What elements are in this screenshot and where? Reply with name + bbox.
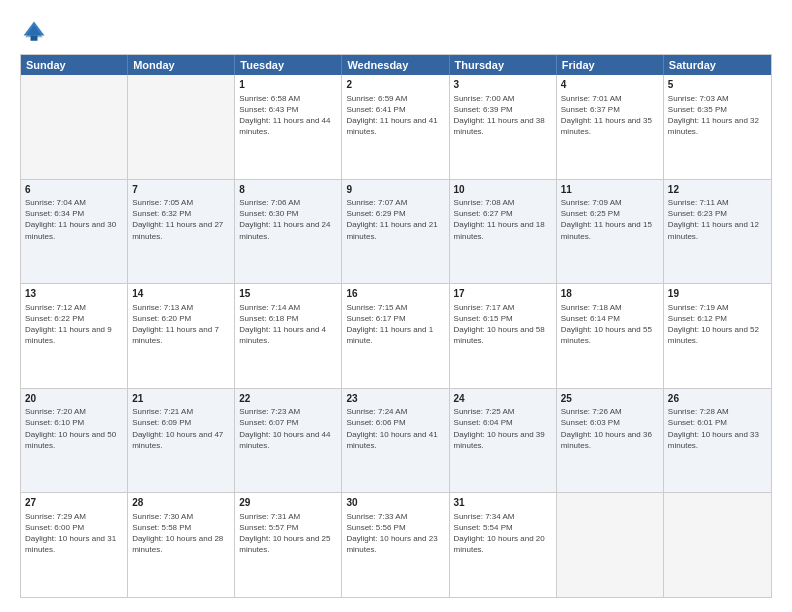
calendar-row: 20Sunrise: 7:20 AMSunset: 6:10 PMDayligh… <box>21 388 771 493</box>
calendar-body: 1Sunrise: 6:58 AMSunset: 6:43 PMDaylight… <box>21 75 771 597</box>
day-number: 30 <box>346 496 444 510</box>
day-info: Sunrise: 7:08 AMSunset: 6:27 PMDaylight:… <box>454 197 552 242</box>
day-number: 22 <box>239 392 337 406</box>
day-number: 29 <box>239 496 337 510</box>
day-number: 31 <box>454 496 552 510</box>
calendar-row: 13Sunrise: 7:12 AMSunset: 6:22 PMDayligh… <box>21 283 771 388</box>
day-info: Sunrise: 7:03 AMSunset: 6:35 PMDaylight:… <box>668 93 767 138</box>
day-info: Sunrise: 7:31 AMSunset: 5:57 PMDaylight:… <box>239 511 337 556</box>
day-number: 27 <box>25 496 123 510</box>
day-number: 3 <box>454 78 552 92</box>
day-number: 5 <box>668 78 767 92</box>
day-cell-10: 10Sunrise: 7:08 AMSunset: 6:27 PMDayligh… <box>450 180 557 284</box>
empty-cell <box>128 75 235 179</box>
day-cell-16: 16Sunrise: 7:15 AMSunset: 6:17 PMDayligh… <box>342 284 449 388</box>
day-cell-4: 4Sunrise: 7:01 AMSunset: 6:37 PMDaylight… <box>557 75 664 179</box>
day-cell-5: 5Sunrise: 7:03 AMSunset: 6:35 PMDaylight… <box>664 75 771 179</box>
day-cell-8: 8Sunrise: 7:06 AMSunset: 6:30 PMDaylight… <box>235 180 342 284</box>
day-info: Sunrise: 7:25 AMSunset: 6:04 PMDaylight:… <box>454 406 552 451</box>
day-cell-23: 23Sunrise: 7:24 AMSunset: 6:06 PMDayligh… <box>342 389 449 493</box>
day-cell-29: 29Sunrise: 7:31 AMSunset: 5:57 PMDayligh… <box>235 493 342 597</box>
day-cell-6: 6Sunrise: 7:04 AMSunset: 6:34 PMDaylight… <box>21 180 128 284</box>
day-cell-12: 12Sunrise: 7:11 AMSunset: 6:23 PMDayligh… <box>664 180 771 284</box>
day-number: 13 <box>25 287 123 301</box>
day-info: Sunrise: 7:19 AMSunset: 6:12 PMDaylight:… <box>668 302 767 347</box>
day-info: Sunrise: 7:20 AMSunset: 6:10 PMDaylight:… <box>25 406 123 451</box>
day-cell-21: 21Sunrise: 7:21 AMSunset: 6:09 PMDayligh… <box>128 389 235 493</box>
logo <box>20 18 52 46</box>
day-info: Sunrise: 7:34 AMSunset: 5:54 PMDaylight:… <box>454 511 552 556</box>
day-number: 9 <box>346 183 444 197</box>
empty-cell <box>21 75 128 179</box>
day-number: 25 <box>561 392 659 406</box>
day-number: 23 <box>346 392 444 406</box>
day-cell-2: 2Sunrise: 6:59 AMSunset: 6:41 PMDaylight… <box>342 75 449 179</box>
day-cell-18: 18Sunrise: 7:18 AMSunset: 6:14 PMDayligh… <box>557 284 664 388</box>
day-number: 2 <box>346 78 444 92</box>
day-number: 17 <box>454 287 552 301</box>
day-cell-28: 28Sunrise: 7:30 AMSunset: 5:58 PMDayligh… <box>128 493 235 597</box>
header-cell-wednesday: Wednesday <box>342 55 449 75</box>
calendar: SundayMondayTuesdayWednesdayThursdayFrid… <box>20 54 772 598</box>
day-number: 18 <box>561 287 659 301</box>
day-info: Sunrise: 7:29 AMSunset: 6:00 PMDaylight:… <box>25 511 123 556</box>
day-info: Sunrise: 7:04 AMSunset: 6:34 PMDaylight:… <box>25 197 123 242</box>
day-number: 1 <box>239 78 337 92</box>
day-info: Sunrise: 7:21 AMSunset: 6:09 PMDaylight:… <box>132 406 230 451</box>
day-number: 6 <box>25 183 123 197</box>
header-cell-sunday: Sunday <box>21 55 128 75</box>
day-number: 8 <box>239 183 337 197</box>
day-number: 7 <box>132 183 230 197</box>
day-cell-26: 26Sunrise: 7:28 AMSunset: 6:01 PMDayligh… <box>664 389 771 493</box>
day-number: 12 <box>668 183 767 197</box>
day-info: Sunrise: 7:30 AMSunset: 5:58 PMDaylight:… <box>132 511 230 556</box>
day-number: 10 <box>454 183 552 197</box>
day-info: Sunrise: 7:28 AMSunset: 6:01 PMDaylight:… <box>668 406 767 451</box>
day-info: Sunrise: 6:58 AMSunset: 6:43 PMDaylight:… <box>239 93 337 138</box>
day-info: Sunrise: 7:24 AMSunset: 6:06 PMDaylight:… <box>346 406 444 451</box>
header-cell-friday: Friday <box>557 55 664 75</box>
day-cell-22: 22Sunrise: 7:23 AMSunset: 6:07 PMDayligh… <box>235 389 342 493</box>
day-number: 11 <box>561 183 659 197</box>
day-cell-24: 24Sunrise: 7:25 AMSunset: 6:04 PMDayligh… <box>450 389 557 493</box>
day-cell-19: 19Sunrise: 7:19 AMSunset: 6:12 PMDayligh… <box>664 284 771 388</box>
calendar-header: SundayMondayTuesdayWednesdayThursdayFrid… <box>21 55 771 75</box>
day-info: Sunrise: 7:06 AMSunset: 6:30 PMDaylight:… <box>239 197 337 242</box>
day-info: Sunrise: 7:14 AMSunset: 6:18 PMDaylight:… <box>239 302 337 347</box>
day-cell-11: 11Sunrise: 7:09 AMSunset: 6:25 PMDayligh… <box>557 180 664 284</box>
day-info: Sunrise: 7:23 AMSunset: 6:07 PMDaylight:… <box>239 406 337 451</box>
day-cell-7: 7Sunrise: 7:05 AMSunset: 6:32 PMDaylight… <box>128 180 235 284</box>
day-cell-27: 27Sunrise: 7:29 AMSunset: 6:00 PMDayligh… <box>21 493 128 597</box>
day-info: Sunrise: 7:12 AMSunset: 6:22 PMDaylight:… <box>25 302 123 347</box>
day-cell-17: 17Sunrise: 7:17 AMSunset: 6:15 PMDayligh… <box>450 284 557 388</box>
day-info: Sunrise: 7:01 AMSunset: 6:37 PMDaylight:… <box>561 93 659 138</box>
day-number: 20 <box>25 392 123 406</box>
day-cell-3: 3Sunrise: 7:00 AMSunset: 6:39 PMDaylight… <box>450 75 557 179</box>
calendar-row: 1Sunrise: 6:58 AMSunset: 6:43 PMDaylight… <box>21 75 771 179</box>
day-number: 16 <box>346 287 444 301</box>
day-info: Sunrise: 7:17 AMSunset: 6:15 PMDaylight:… <box>454 302 552 347</box>
day-cell-15: 15Sunrise: 7:14 AMSunset: 6:18 PMDayligh… <box>235 284 342 388</box>
day-number: 28 <box>132 496 230 510</box>
day-info: Sunrise: 7:07 AMSunset: 6:29 PMDaylight:… <box>346 197 444 242</box>
header <box>20 18 772 46</box>
day-info: Sunrise: 7:18 AMSunset: 6:14 PMDaylight:… <box>561 302 659 347</box>
day-info: Sunrise: 7:11 AMSunset: 6:23 PMDaylight:… <box>668 197 767 242</box>
day-info: Sunrise: 7:13 AMSunset: 6:20 PMDaylight:… <box>132 302 230 347</box>
day-info: Sunrise: 7:33 AMSunset: 5:56 PMDaylight:… <box>346 511 444 556</box>
day-number: 15 <box>239 287 337 301</box>
calendar-row: 27Sunrise: 7:29 AMSunset: 6:00 PMDayligh… <box>21 492 771 597</box>
day-cell-25: 25Sunrise: 7:26 AMSunset: 6:03 PMDayligh… <box>557 389 664 493</box>
day-cell-13: 13Sunrise: 7:12 AMSunset: 6:22 PMDayligh… <box>21 284 128 388</box>
day-number: 24 <box>454 392 552 406</box>
header-cell-thursday: Thursday <box>450 55 557 75</box>
svg-rect-2 <box>31 36 38 41</box>
day-info: Sunrise: 7:00 AMSunset: 6:39 PMDaylight:… <box>454 93 552 138</box>
empty-cell <box>664 493 771 597</box>
day-number: 4 <box>561 78 659 92</box>
day-cell-20: 20Sunrise: 7:20 AMSunset: 6:10 PMDayligh… <box>21 389 128 493</box>
day-cell-9: 9Sunrise: 7:07 AMSunset: 6:29 PMDaylight… <box>342 180 449 284</box>
day-info: Sunrise: 6:59 AMSunset: 6:41 PMDaylight:… <box>346 93 444 138</box>
day-cell-1: 1Sunrise: 6:58 AMSunset: 6:43 PMDaylight… <box>235 75 342 179</box>
day-number: 14 <box>132 287 230 301</box>
